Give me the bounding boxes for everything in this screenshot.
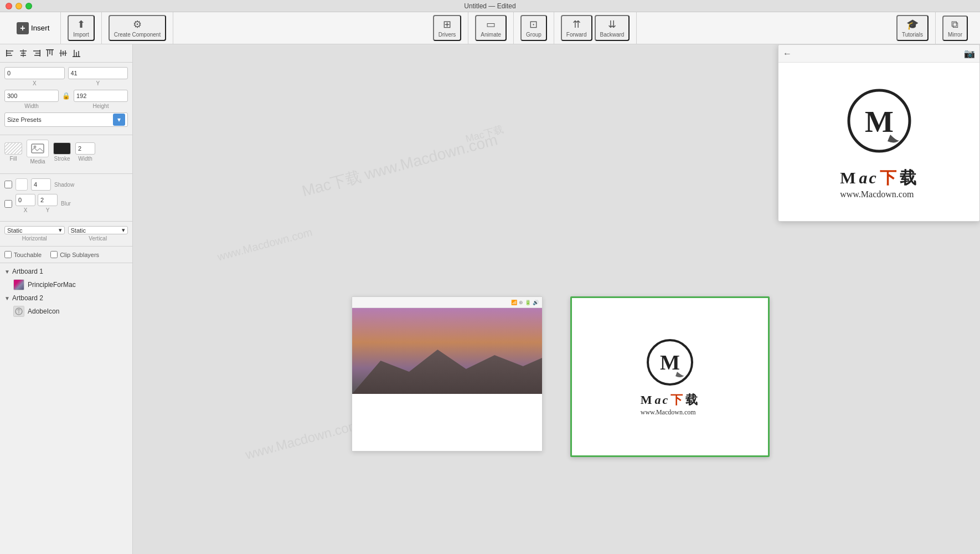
minimize-button[interactable] (16, 3, 22, 9)
artboard2-header[interactable]: ▼ Artboard 2 (0, 292, 132, 304)
clip-sublayers-label: Clip Sublayers (60, 252, 99, 258)
import-icon: ⬆ (77, 18, 85, 30)
touchable-item: Touchable (4, 251, 42, 258)
align-center-h-icon[interactable] (18, 48, 29, 59)
mirror-icon: ⧉ (951, 19, 958, 30)
shadow-row: Shadow (4, 178, 128, 191)
mac-circle-svg: M (645, 337, 695, 387)
artboard2-label: Artboard 2 (12, 294, 43, 302)
vertical-label: Vertical (68, 235, 128, 242)
tutorials-group: 🎓 Tutorials (890, 12, 936, 44)
close-button[interactable] (6, 3, 12, 9)
backward-icon: ⇊ (608, 18, 616, 30)
svg-rect-15 (46, 49, 54, 50)
touchable-label: Touchable (14, 252, 42, 258)
lock-icon[interactable]: 🔒 (62, 92, 70, 100)
import-group: ⬆ Import (61, 12, 101, 44)
svg-rect-13 (49, 50, 50, 54)
insert-group: + Insert (6, 12, 61, 44)
blur-checkbox[interactable] (4, 200, 12, 208)
animate-group: ▭ Animate (468, 12, 514, 44)
shadow-color-swatch[interactable] (16, 178, 28, 191)
media-label: Media (30, 158, 45, 165)
blur-row: X Y Blur (4, 194, 128, 213)
height-input[interactable] (74, 90, 128, 102)
height-input-group: Height (74, 90, 128, 109)
preview-text-block: Mac 下 载 www.Macdown.com (840, 167, 918, 199)
svg-text:M: M (865, 105, 894, 138)
backward-button[interactable]: ⇊ Backward (595, 15, 630, 41)
maximize-button[interactable] (25, 3, 32, 9)
preview-content: M Mac 下 载 www.Macdown.com (778, 63, 979, 221)
clip-sublayers-checkbox[interactable] (50, 251, 58, 258)
blur-value-input[interactable] (31, 178, 51, 191)
group-button[interactable]: ⊡ Group (520, 15, 547, 41)
x-input[interactable] (4, 67, 65, 79)
mirror-label: Mirror (948, 32, 962, 38)
artboard1-canvas: Artboard 1 📶 ⊕ 🔋 🔊 (352, 296, 543, 452)
create-component-label: Create Component (114, 32, 161, 38)
create-component-button[interactable]: ⚙ Create Component (109, 15, 167, 41)
horizontal-value: Static (7, 227, 23, 234)
vertical-col: Static ▾ Vertical (68, 226, 128, 242)
preview-back-button[interactable]: ← (783, 49, 792, 59)
drivers-button[interactable]: ⊞ Drivers (433, 15, 462, 41)
align-top-icon[interactable] (44, 48, 55, 59)
touchable-checkbox[interactable] (4, 251, 12, 258)
drivers-icon: ⊞ (443, 18, 451, 30)
svg-rect-22 (78, 51, 79, 57)
vertical-dropdown[interactable]: Static ▾ (68, 226, 128, 234)
forward-button[interactable]: ⇈ Forward (561, 15, 592, 41)
tutorials-button[interactable]: 🎓 Tutorials (896, 15, 929, 41)
mirror-group: ⧉ Mirror (936, 12, 974, 44)
svg-rect-7 (23, 49, 24, 57)
artboard1-top-bar: 📶 ⊕ 🔋 🔊 (352, 297, 542, 308)
principle-thumb-image (14, 280, 24, 290)
preview-panel: ← 📷 M Mac 下 载 www (778, 44, 980, 222)
svg-rect-2 (7, 55, 12, 56)
preview-mac-url: www.Macdown.com (840, 189, 918, 199)
import-button[interactable]: ⬆ Import (68, 15, 94, 41)
shadow-x-input[interactable] (16, 194, 35, 206)
fill-swatch[interactable] (4, 142, 22, 155)
mac-text-block: Mac 下 载 www.Macdown.com (641, 392, 700, 417)
align-right-icon[interactable] (31, 48, 42, 59)
left-panel: X Y Width 🔒 Height (0, 44, 133, 554)
artboard1-header[interactable]: ▼ Artboard 1 (0, 265, 132, 278)
align-left-icon[interactable] (4, 48, 16, 59)
stroke-width-input[interactable] (75, 142, 95, 155)
backward-label: Backward (600, 32, 625, 38)
watermark-4: www.Macdown.com (244, 417, 361, 463)
size-presets-dropdown[interactable]: Size Presets ▾ (4, 112, 128, 127)
mirror-button[interactable]: ⧉ Mirror (942, 16, 968, 41)
artboard2-triangle-icon: ▼ (4, 295, 10, 301)
adobe-icon-layer[interactable]: AdobeIcon (0, 304, 132, 319)
svg-rect-21 (76, 52, 77, 57)
stroke-label: Stroke (54, 156, 70, 162)
wifi-icon: 📶 (511, 300, 517, 305)
arrange-group: ⇈ Forward ⇊ Backward (554, 12, 637, 44)
drivers-group: ⊞ Drivers (426, 12, 469, 44)
insert-label: Insert (31, 24, 49, 32)
shadow-y-input[interactable] (38, 194, 58, 206)
stroke-swatch[interactable] (53, 142, 71, 155)
static-row: Static ▾ Horizontal Static ▾ Vertical (4, 226, 128, 242)
shadow-y-label: Y (46, 207, 50, 213)
preview-camera-button[interactable]: 📷 (964, 48, 975, 59)
fill-section: Fill Media Stroke (0, 135, 132, 174)
media-button[interactable] (27, 140, 49, 157)
mac-url: www.Macdown.com (641, 408, 700, 417)
fill-row: Fill Media Stroke (4, 140, 128, 165)
align-bottom-icon[interactable] (71, 48, 82, 59)
shadow-checkbox[interactable] (4, 181, 12, 188)
animate-button[interactable]: ▭ Animate (475, 15, 507, 41)
insert-button[interactable]: + Insert (12, 20, 54, 37)
import-label: Import (73, 32, 89, 38)
canvas-area[interactable]: Mac下载 www.Macdown.com www.Macdown.com Ma… (133, 44, 980, 554)
principle-for-mac-layer[interactable]: PrincipleForMac (0, 278, 132, 292)
width-input[interactable] (4, 90, 59, 102)
align-center-v-icon[interactable] (58, 48, 69, 59)
watermark-2: www.Macdown.com (216, 226, 314, 264)
horizontal-dropdown[interactable]: Static ▾ (4, 226, 65, 234)
y-input[interactable] (68, 67, 128, 79)
